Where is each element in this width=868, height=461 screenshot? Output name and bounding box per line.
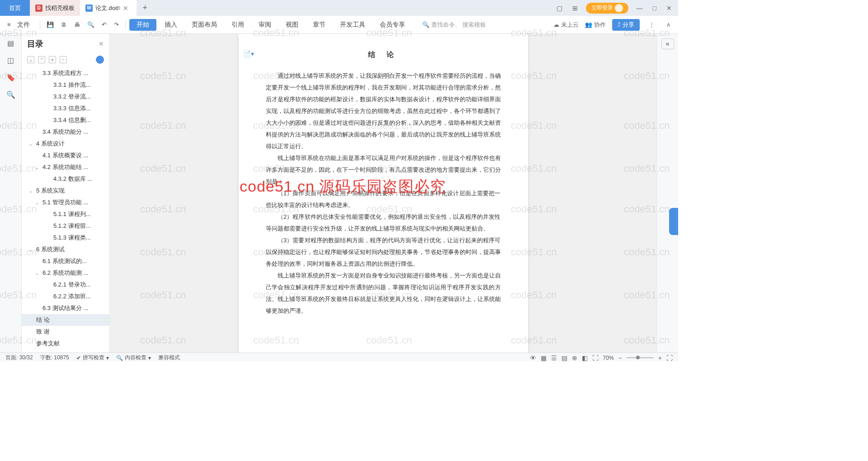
search-area[interactable]: 🔍 查找命令、 搜索模板: [422, 21, 486, 29]
fullscreen-icon[interactable]: ⛶: [666, 354, 673, 362]
toc-item[interactable]: 3.3.1 操作流...: [22, 79, 109, 91]
main: ▤ ◫ 🔖 🔍 目录 ✕ ⌄ ⌃ + − 3.3 系统流程方 ...3.3.1 …: [0, 34, 678, 353]
share-icon: ⤴: [618, 21, 621, 28]
toc-item[interactable]: 5.1.1 课程列...: [22, 208, 109, 220]
layout-icon[interactable]: ▢: [555, 5, 564, 12]
toc-item[interactable]: 6.3 测试结果分 ...: [22, 302, 109, 314]
menu-member[interactable]: 会员专享: [373, 19, 411, 31]
zoom-out-icon[interactable]: −: [618, 354, 622, 362]
expand-icon[interactable]: ∧: [664, 21, 674, 28]
maximize-button[interactable]: □: [651, 5, 658, 12]
tab-template[interactable]: D 找稻壳模板: [30, 0, 80, 16]
login-button[interactable]: 立即登录: [586, 3, 628, 14]
toc-item[interactable]: 3.4 系统功能分 ...: [22, 126, 109, 138]
zoom-fit-icon[interactable]: ⛶: [592, 354, 599, 362]
view-read-icon[interactable]: ⊕: [572, 354, 577, 362]
collapse-all-icon[interactable]: ⌄: [27, 56, 34, 63]
bookmark-icon[interactable]: 🔖: [6, 73, 15, 82]
toc-item[interactable]: 3.3.2 登录流...: [22, 91, 109, 103]
save-icon[interactable]: 💾: [44, 19, 57, 30]
menu-start[interactable]: 开始: [129, 19, 156, 31]
remove-icon[interactable]: −: [60, 56, 67, 63]
share-button[interactable]: ⤴ 分享: [612, 19, 640, 31]
toc-item[interactable]: 6.1 系统测试的...: [22, 255, 109, 267]
toc-item[interactable]: 5.1.3 课程类...: [22, 232, 109, 244]
eye-icon[interactable]: 👁: [530, 354, 536, 362]
new-tab-button[interactable]: +: [137, 3, 154, 13]
panel-toggle-icon[interactable]: ≡: [661, 38, 674, 49]
zoom-in-icon[interactable]: +: [658, 354, 662, 362]
apps-icon[interactable]: ⊞: [571, 5, 580, 12]
tab-home[interactable]: 首页: [0, 0, 30, 16]
document-area[interactable]: 📄▾ 结 论 通过对线上辅导班系统的开发，让我深刻明白开发一个程序软件需要经历的…: [110, 34, 656, 353]
print-icon[interactable]: 🖶: [71, 19, 83, 30]
layers-icon[interactable]: ◫: [6, 56, 15, 65]
toc-item[interactable]: ⌄4.2 系统功能结 ...: [22, 161, 109, 173]
page-actions-icon[interactable]: 📄▾: [243, 47, 254, 60]
menu-references[interactable]: 引用: [225, 19, 250, 31]
close-icon[interactable]: ✕: [123, 5, 128, 12]
toc-item[interactable]: 4.3.2 数据库 ...: [22, 173, 109, 185]
toc-item[interactable]: 致 谢: [22, 326, 109, 338]
toc-item[interactable]: 6.2.2 添加班...: [22, 291, 109, 302]
close-button[interactable]: ✕: [665, 5, 674, 12]
toc-item[interactable]: 6.2.1 登录功...: [22, 279, 109, 291]
toc-item[interactable]: 5.1.2 课程留...: [22, 220, 109, 232]
zoom-level[interactable]: 70%: [603, 355, 614, 361]
undo-icon[interactable]: ↶: [99, 19, 109, 30]
menu-devtools[interactable]: 开发工具: [334, 19, 372, 31]
toc-item[interactable]: ⌄6.2 系统功能测 ...: [22, 267, 109, 279]
cloud-status[interactable]: ☁ 未上云: [553, 21, 579, 29]
chevron-down-icon: ⌄: [29, 188, 34, 193]
more-icon[interactable]: ⋮: [646, 21, 657, 28]
ai-icon[interactable]: [96, 56, 104, 64]
zoom-icon[interactable]: 🔍: [85, 19, 97, 30]
tab-label: 找稻壳模板: [45, 4, 75, 12]
separator: [125, 20, 126, 29]
toc-label: 4.1 系统概要设 ...: [42, 151, 88, 160]
external-icon[interactable]: ⧉: [117, 5, 120, 11]
view-focus-icon[interactable]: ◧: [582, 354, 588, 362]
view-outline-icon[interactable]: ☰: [551, 354, 557, 362]
collab-button[interactable]: 👥 协作: [585, 21, 606, 29]
toc-item[interactable]: ⌄6 系统测试: [22, 244, 109, 255]
toc-item[interactable]: 4.1 系统概要设 ...: [22, 150, 109, 161]
toc-item[interactable]: ⌄5 系统实现: [22, 185, 109, 197]
redo-icon[interactable]: ↷: [111, 19, 122, 30]
doc-paragraph: 通过对线上辅导班系统的开发，让我深刻明白开发一个程序软件需要经历的流程，当确定要…: [266, 70, 501, 152]
add-icon[interactable]: +: [49, 56, 56, 63]
print-preview-icon[interactable]: 🗎: [58, 19, 70, 30]
search-panel-icon[interactable]: 🔍: [6, 90, 15, 99]
compat-mode[interactable]: 兼容模式: [158, 354, 180, 362]
toc-item[interactable]: 3.3 系统流程方 ...: [22, 67, 109, 79]
side-tab[interactable]: [669, 208, 678, 235]
minimize-button[interactable]: —: [635, 5, 645, 12]
view-page-icon[interactable]: ▦: [541, 354, 547, 362]
view-web-icon[interactable]: ▤: [561, 354, 567, 362]
menu-icon[interactable]: ≡: [5, 19, 14, 30]
menu-view[interactable]: 视图: [279, 19, 305, 31]
toc-label: 6.3 测试结果分 ...: [42, 304, 88, 312]
file-menu[interactable]: 文件: [15, 19, 36, 31]
toc-item[interactable]: ⌄5.1 管理员功能 ...: [22, 197, 109, 208]
search-placeholder-tpl: 搜索模板: [462, 21, 486, 29]
outline-icon[interactable]: ▤: [6, 38, 15, 47]
expand-all-icon[interactable]: ⌃: [38, 56, 45, 63]
tab-document[interactable]: W 论文.doc ⧉ ✕: [80, 0, 137, 16]
toc-item[interactable]: 3.3.3 信息添...: [22, 103, 109, 114]
doc-paragraph: 线上辅导班系统在功能上面是基本可以满足用户对系统的操作，但是这个程序软件也有许多…: [266, 152, 501, 188]
toc-item[interactable]: 3.3.4 信息删...: [22, 114, 109, 126]
menu-pagelayout[interactable]: 页面布局: [185, 19, 223, 31]
menu-review[interactable]: 审阅: [252, 19, 278, 31]
content-check-button[interactable]: 🔍内容检查 ▾: [116, 354, 151, 362]
toc-item[interactable]: 结 论: [22, 314, 109, 326]
word-count[interactable]: 字数: 10875: [40, 354, 69, 362]
zoom-slider[interactable]: [627, 357, 654, 358]
menu-insert[interactable]: 插入: [158, 19, 184, 31]
spellcheck-button[interactable]: ✔拼写检查 ▾: [76, 354, 109, 362]
menu-sections[interactable]: 章节: [307, 19, 332, 31]
toc-item[interactable]: ⌄4 系统设计: [22, 138, 109, 150]
toc-item[interactable]: 参考文献: [22, 338, 109, 349]
page-indicator[interactable]: 页面: 30/32: [5, 354, 33, 362]
sidebar-close-icon[interactable]: ✕: [99, 40, 104, 47]
